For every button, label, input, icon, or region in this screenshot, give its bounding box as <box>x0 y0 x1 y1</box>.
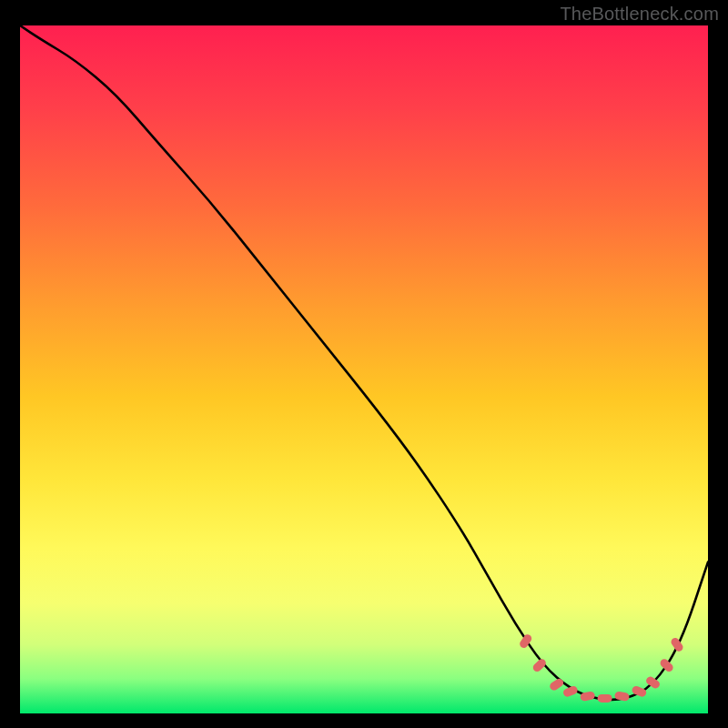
optimal-range-markers <box>518 632 684 702</box>
optimal-marker <box>598 694 612 703</box>
plot-area <box>20 25 708 713</box>
chart-svg <box>20 25 708 713</box>
optimal-marker <box>670 636 685 652</box>
chart-frame: TheBottleneck.com <box>0 0 728 728</box>
optimal-marker <box>531 657 548 673</box>
optimal-marker <box>659 657 675 673</box>
optimal-marker <box>549 677 565 692</box>
bottleneck-curve-path <box>20 25 708 700</box>
watermark-text: TheBottleneck.com <box>560 4 719 25</box>
